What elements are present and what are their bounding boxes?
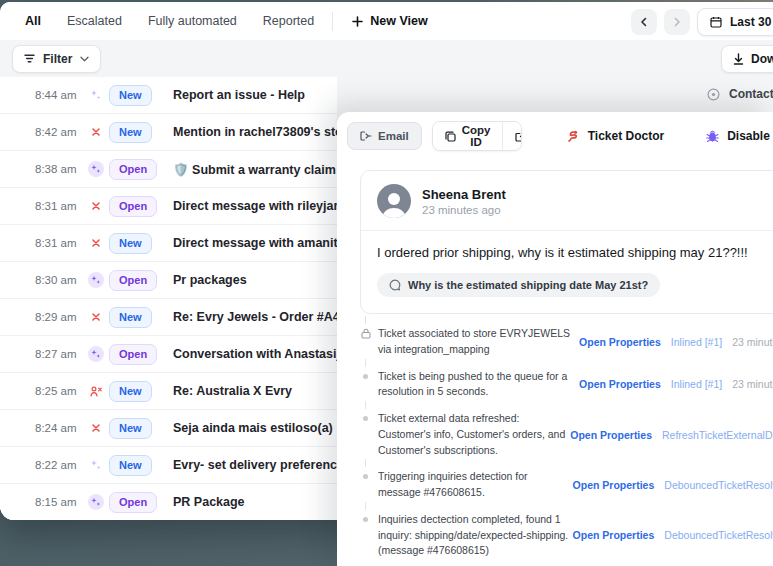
ticket-row[interactable]: 8:31 am New Direct message with amanite2… — [0, 225, 337, 262]
ticket-row[interactable]: 8:22 am New Evry- set delivery preferenc… — [0, 447, 337, 484]
ticket-row[interactable]: 8:15 am Open PR Package — [0, 484, 337, 520]
speech-bubble-icon — [389, 279, 401, 291]
dot-icon — [360, 411, 371, 421]
x-icon — [82, 128, 109, 136]
gorgias-button[interactable]: Gorgias — [502, 122, 521, 150]
ticket-row[interactable]: 8:38 am Open 🛡️ Submit a warranty claim — [0, 151, 337, 188]
open-properties-link[interactable]: Open Properties — [573, 529, 655, 541]
event-job-link[interactable]: DebouncedTicketResolverJob — [664, 529, 773, 541]
ticket-row[interactable]: 8:44 am New Report an issue - Help — [0, 77, 337, 114]
view-tab[interactable]: Escalated — [54, 2, 135, 40]
inquiry-chip-label: Why is the estimated shipping date May 2… — [408, 279, 648, 291]
ticket-status-badge: Open — [109, 270, 157, 291]
ticket-row[interactable]: 8:30 am Open Pr packages — [0, 262, 337, 299]
ticket-status-badge: New — [109, 233, 152, 254]
ticket-subject: Mention in rachel73809's story — [173, 125, 337, 139]
email-channel-button[interactable]: Email — [347, 122, 422, 150]
message-timestamp: 23 minutes ago — [422, 204, 506, 216]
ticket-subject: Direct message with rileyjames_16 — [173, 199, 337, 213]
sparkles-icon — [82, 459, 109, 471]
channel-header: Contact Form — [707, 87, 773, 101]
download-button[interactable]: Download — [721, 45, 773, 73]
autopilot-icon — [82, 161, 109, 177]
ticket-time: 8:30 am — [35, 274, 82, 286]
avatar — [377, 184, 411, 218]
ticket-status-badge: New — [109, 85, 152, 106]
ticket-row[interactable]: 8:31 am Open Direct message with rileyja… — [0, 188, 337, 225]
ticket-doctor-button[interactable]: Ticket Doctor — [560, 128, 670, 144]
ticket-subject: Direct message with amanite2021 — [173, 236, 337, 250]
x-icon — [82, 239, 109, 247]
ticket-time: 8:44 am — [35, 89, 82, 101]
chevron-down-icon — [80, 56, 89, 62]
autopilot-icon — [82, 494, 109, 510]
email-channel-icon — [360, 131, 372, 141]
channel-label: Contact Form — [729, 87, 773, 101]
event-timeline: Ticket associated to store EVRYJEWELS vi… — [360, 326, 773, 559]
ticket-row[interactable]: 8:24 am New Seja ainda mais estiloso(a) — [0, 410, 337, 447]
prev-button[interactable] — [631, 9, 657, 35]
event-job-link[interactable]: Inlined [#1] — [671, 378, 722, 390]
ticket-time: 8:15 am — [35, 496, 82, 508]
ticket-row[interactable]: 8:25 am New Re: Australia X Evry — [0, 373, 337, 410]
customer-message-card: Sheena Brent 23 minutes ago I ordered pr… — [360, 170, 773, 314]
customer-name: Sheena Brent — [422, 187, 506, 202]
disable-debug-view-label: Disable Debug View — [727, 129, 773, 143]
ticket-row[interactable]: 8:42 am New Mention in rachel73809's sto… — [0, 114, 337, 151]
copy-id-label: Copy ID — [462, 124, 491, 148]
ticket-subject: Conversation with Anastasija Stjepa — [173, 347, 337, 361]
lock-icon — [360, 326, 371, 339]
autopilot-icon — [82, 346, 109, 362]
filter-button[interactable]: Filter — [12, 45, 101, 73]
ticket-list: 8:44 am New Report an issue - Help 8:42 … — [0, 77, 337, 520]
chevron-right-icon — [672, 17, 682, 27]
message-text: I ordered prior shipping, why is it esti… — [377, 245, 773, 260]
view-tab[interactable]: Reported — [250, 2, 327, 40]
ticket-status-badge: New — [109, 418, 152, 439]
ticket-row[interactable]: 8:29 am New Re: Evry Jewels - Order #A45… — [0, 299, 337, 336]
next-button[interactable] — [664, 9, 690, 35]
disable-debug-view-button[interactable]: Disable Debug View — [700, 128, 773, 144]
plus-icon — [352, 16, 363, 27]
debug-modal: Email Copy ID Gorgias Ticket Doctor — [337, 112, 773, 566]
event-time: 23 minutes ago — [732, 378, 773, 390]
ticket-subject: Report an issue - Help — [173, 88, 337, 102]
x-icon — [82, 202, 109, 210]
autopilot-icon — [82, 272, 109, 288]
dot-icon — [360, 469, 371, 479]
open-properties-link[interactable]: Open Properties — [573, 479, 655, 491]
ticket-time: 8:24 am — [35, 422, 82, 434]
view-tabbar: All Escalated Fully automated Reported N… — [0, 2, 773, 40]
ticket-time: 8:29 am — [35, 311, 82, 323]
new-view-button[interactable]: New View — [338, 14, 441, 28]
event-job-link[interactable]: DebouncedTicketResolverJob — [664, 479, 773, 491]
event-row: Triggering inquiries detection for messa… — [360, 469, 773, 501]
ticket-status-badge: New — [109, 307, 152, 328]
open-properties-link[interactable]: Open Properties — [579, 336, 661, 348]
ticket-row[interactable]: 8:27 am Open Conversation with Anastasij… — [0, 336, 337, 373]
view-tab[interactable]: Fully automated — [135, 2, 250, 40]
download-icon — [733, 53, 744, 65]
ticket-subject: 🛡️ Submit a warranty claim — [173, 162, 337, 177]
event-job-link[interactable]: Inlined [#1] — [671, 336, 722, 348]
chevron-left-icon — [639, 17, 649, 27]
copy-id-button[interactable]: Copy ID — [433, 122, 503, 150]
view-tab[interactable]: All — [12, 2, 54, 40]
ticket-doctor-label: Ticket Doctor — [588, 129, 664, 143]
ticket-doctor-icon — [566, 129, 580, 143]
tab-divider — [332, 12, 333, 31]
event-text: Ticket is being pushed to the queue for … — [371, 369, 579, 401]
ticket-subject: Pr packages — [173, 273, 337, 287]
open-properties-link[interactable]: Open Properties — [570, 429, 652, 441]
event-text: Triggering inquiries detection for messa… — [371, 469, 573, 501]
date-range-button[interactable]: Last 30 days — [697, 8, 773, 36]
ticket-subject: Re: Evry Jewels - Order #A4529233 — [173, 310, 337, 324]
ticket-status-badge: Open — [109, 159, 157, 180]
event-job-link[interactable]: RefreshTicketExternalDataJob — [662, 429, 773, 441]
open-properties-link[interactable]: Open Properties — [579, 378, 661, 390]
ticket-status-badge: Open — [109, 344, 157, 365]
inquiry-chip[interactable]: Why is the estimated shipping date May 2… — [377, 273, 660, 297]
date-nav-controls: Last 30 days — [631, 8, 773, 36]
ticket-time: 8:31 am — [35, 237, 82, 249]
ticket-time: 8:22 am — [35, 459, 82, 471]
